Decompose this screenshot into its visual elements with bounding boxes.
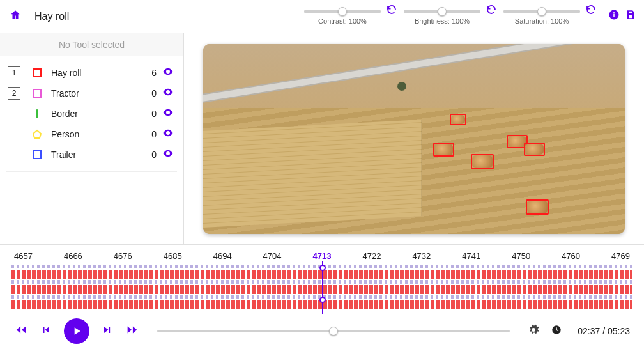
bounding-box[interactable] [524,143,545,156]
saturation-reset-icon[interactable] [584,3,598,30]
svg-rect-2 [613,12,615,13]
label-row[interactable]: Border0 [6,104,177,124]
bounding-box[interactable] [433,143,454,157]
info-icon[interactable] [608,9,620,24]
progress-thumb[interactable] [329,327,338,336]
visibility-toggle-icon[interactable] [160,107,176,121]
prev-frame-button[interactable] [40,323,52,339]
label-name: Tractor [51,88,145,98]
svg-rect-4 [629,15,632,19]
svg-point-8 [36,109,38,112]
label-shape-icon [29,150,45,160]
field-background [203,44,625,116]
frame-number[interactable]: 4676 [114,251,132,261]
frame-number[interactable]: 4741 [462,251,480,261]
save-icon[interactable] [625,9,636,24]
rewind-button[interactable] [14,323,28,340]
label-hotkey: 1 [8,66,20,79]
page-title: Hay roll [34,11,69,22]
playhead-dot-icon [319,297,326,303]
time-display: 02:37 / 05:23 [578,326,630,336]
label-name: Hay roll [51,68,145,78]
frame-number[interactable]: 4666 [64,251,82,261]
frame-number[interactable]: 4750 [512,251,530,261]
label-shape-icon [29,109,45,119]
frame-number[interactable]: 4769 [611,251,630,261]
frame-number[interactable]: 4704 [263,251,282,261]
label-row[interactable]: 2Tractor0 [6,83,177,104]
svg-rect-1 [613,14,615,17]
label-name: Person [51,129,145,139]
frame-number[interactable]: 4694 [213,251,232,261]
image-viewer[interactable] [203,44,625,234]
label-shape-icon [29,88,45,98]
svg-rect-5 [33,69,41,77]
label-shape-icon [29,68,45,78]
saturation-thumb[interactable] [537,7,546,16]
label-count: 0 [145,109,160,119]
frame-number[interactable]: 4657 [14,251,33,261]
playhead-dot-icon [319,265,326,271]
label-count: 0 [145,150,160,160]
visibility-toggle-icon[interactable] [160,66,176,80]
bounding-box[interactable] [526,199,549,215]
fast-forward-button[interactable] [125,323,139,340]
frame-number[interactable]: 4722 [362,251,381,261]
svg-rect-3 [629,12,632,13]
contrast-label: Contrast: 100% [318,17,367,25]
label-shape-icon [29,129,45,139]
progress-slider[interactable] [157,328,510,334]
saturation-label: Saturation: 100% [515,17,569,25]
next-frame-button[interactable] [101,323,114,339]
label-count: 0 [145,88,160,98]
contrast-reset-icon[interactable] [385,3,399,30]
playhead[interactable] [322,261,323,314]
tree-icon [397,82,406,91]
bounding-box[interactable] [450,114,466,125]
frame-number[interactable]: 4732 [412,251,431,261]
label-row[interactable]: Person0 [6,124,177,144]
visibility-toggle-icon[interactable] [160,148,176,162]
clock-icon[interactable] [551,324,562,338]
label-row[interactable]: Trailer0 [6,144,177,165]
label-name: Trailer [51,150,145,160]
frame-number[interactable]: 4713 [313,251,332,261]
visibility-toggle-icon[interactable] [160,86,176,100]
label-row[interactable]: 1Hay roll6 [6,63,177,83]
svg-marker-9 [33,130,41,138]
brightness-label: Brightness: 100% [415,17,470,25]
label-count: 0 [145,129,160,139]
brightness-reset-icon[interactable] [484,3,498,30]
label-name: Border [51,109,145,119]
bounding-box[interactable] [471,154,494,169]
home-icon[interactable] [8,9,23,24]
play-button[interactable] [64,318,89,344]
tool-header: No Tool selected [0,33,183,56]
contrast-slider[interactable] [304,8,381,15]
annotation-tracks[interactable] [12,265,632,312]
svg-rect-6 [33,89,41,97]
saturation-slider[interactable] [503,8,580,15]
svg-rect-10 [33,151,41,159]
frame-number[interactable]: 4760 [562,251,580,261]
settings-icon[interactable] [528,324,539,338]
visibility-toggle-icon[interactable] [160,127,176,141]
frame-number[interactable]: 4685 [164,251,182,261]
label-hotkey: 2 [8,87,20,100]
brightness-thumb[interactable] [438,7,447,16]
label-count: 6 [145,68,160,78]
harvested-area [203,120,422,228]
contrast-thumb[interactable] [338,7,347,16]
brightness-slider[interactable] [404,8,480,15]
